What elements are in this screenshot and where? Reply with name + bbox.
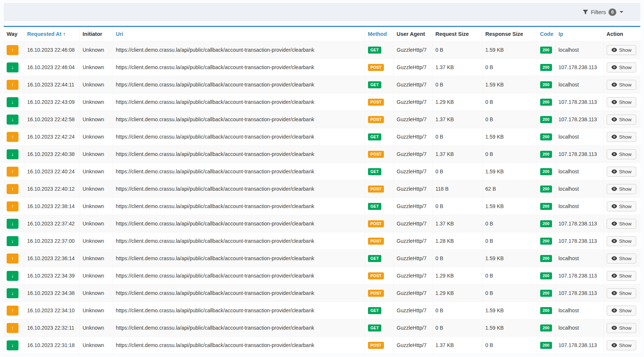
show-button[interactable]: Show xyxy=(607,97,637,107)
eye-icon xyxy=(611,291,617,295)
column-header-uri[interactable]: Uri xyxy=(113,27,365,41)
way-button[interactable]: ↓ xyxy=(7,115,18,125)
response-size-cell: 1.59 KB xyxy=(482,128,537,146)
show-button[interactable]: Show xyxy=(607,132,637,142)
response-size-cell: 0 B xyxy=(482,267,537,285)
uri-cell: https://client.demo.crassu.la/api/public… xyxy=(113,111,365,128)
show-button[interactable]: Show xyxy=(607,323,637,333)
response-size-cell: 0 B xyxy=(482,285,537,302)
way-arrow-icon: ↑ xyxy=(11,134,14,139)
way-arrow-icon: ↓ xyxy=(11,152,14,157)
eye-icon xyxy=(611,135,617,139)
show-button-label: Show xyxy=(619,256,632,261)
way-button[interactable]: ↑ xyxy=(7,201,18,211)
uri-cell: https://client.demo.crassu.la/api/public… xyxy=(113,41,365,59)
requested-at-cell: 16.10.2023 22:46:08 xyxy=(24,41,79,59)
way-button[interactable]: ↓ xyxy=(7,97,18,107)
uri-cell: https://client.demo.crassu.la/api/public… xyxy=(113,180,365,198)
show-button[interactable]: Show xyxy=(607,45,637,55)
filters-toggle[interactable]: Filters 0 xyxy=(583,8,623,16)
way-button[interactable]: ↓ xyxy=(7,236,18,246)
way-button[interactable]: ↑ xyxy=(7,306,18,316)
initiator-cell: Unknown xyxy=(79,267,113,285)
requested-at-cell: 16.10.2023 22:42:58 xyxy=(24,111,79,128)
user-agent-cell: GuzzleHttp/7 xyxy=(393,94,432,111)
initiator-cell: Unknown xyxy=(79,337,113,354)
show-button[interactable]: Show xyxy=(607,288,637,298)
column-header-requested-at[interactable]: Requested At↑ xyxy=(24,27,79,41)
show-button[interactable]: Show xyxy=(607,306,637,316)
initiator-cell: Unknown xyxy=(79,319,113,337)
requested-at-cell: 16.10.2023 22:46:04 xyxy=(24,59,79,76)
show-button[interactable]: Show xyxy=(607,184,637,194)
method-badge: GET xyxy=(368,307,382,314)
way-arrow-icon: ↓ xyxy=(11,221,14,226)
way-button[interactable]: ↓ xyxy=(7,288,18,298)
user-agent-cell: GuzzleHttp/7 xyxy=(393,250,432,267)
show-button-label: Show xyxy=(619,117,632,122)
way-arrow-icon: ↓ xyxy=(11,290,14,296)
requests-table: Way Requested At↑ Initiator Uri Method U… xyxy=(4,27,640,354)
uri-cell: https://client.demo.crassu.la/api/public… xyxy=(113,163,365,180)
table-row: ↑ 16.10.2023 22:42:24 Unknown https://cl… xyxy=(4,128,640,146)
way-button[interactable]: ↑ xyxy=(7,167,18,177)
show-button[interactable]: Show xyxy=(607,254,637,264)
way-button[interactable]: ↓ xyxy=(7,62,18,72)
user-agent-cell: GuzzleHttp/7 xyxy=(393,163,432,180)
uri-cell: https://client.demo.crassu.la/api/public… xyxy=(113,232,365,250)
way-button[interactable]: ↓ xyxy=(7,149,18,159)
eye-icon xyxy=(611,82,617,87)
code-badge: 200 xyxy=(540,168,552,175)
show-button[interactable]: Show xyxy=(607,167,637,177)
show-button-label: Show xyxy=(619,273,632,279)
way-button[interactable]: ↑ xyxy=(7,132,18,142)
eye-icon xyxy=(611,48,617,52)
page: Filters 0 Way Requested At↑ Initiator Ur… xyxy=(0,0,644,357)
method-badge: POST xyxy=(368,272,384,279)
table-row: ↓ 16.10.2023 22:43:09 Unknown https://cl… xyxy=(4,94,640,111)
user-agent-cell: GuzzleHttp/7 xyxy=(393,41,432,59)
requested-at-cell: 16.10.2023 22:42:24 xyxy=(24,128,79,146)
way-button[interactable]: ↑ xyxy=(7,254,18,264)
show-button[interactable]: Show xyxy=(607,340,637,350)
column-header-ip[interactable]: Ip xyxy=(555,27,603,41)
method-badge: GET xyxy=(368,168,382,175)
uri-cell: https://client.demo.crassu.la/api/public… xyxy=(113,267,365,285)
code-badge: 200 xyxy=(540,307,552,314)
way-button[interactable]: ↑ xyxy=(7,323,18,333)
show-button[interactable]: Show xyxy=(607,62,637,72)
uri-cell: https://client.demo.crassu.la/api/public… xyxy=(113,76,365,94)
show-button[interactable]: Show xyxy=(607,236,637,246)
request-size-cell: 0 B xyxy=(432,76,482,94)
show-button-label: Show xyxy=(619,47,632,53)
ip-cell: localhost xyxy=(555,250,603,267)
table-header-row: Way Requested At↑ Initiator Uri Method U… xyxy=(4,27,640,41)
initiator-cell: Unknown xyxy=(79,94,113,111)
response-size-cell: 0 B xyxy=(482,215,537,232)
request-size-cell: 1.37 KB xyxy=(432,111,482,128)
way-button[interactable]: ↑ xyxy=(7,184,18,194)
way-button[interactable]: ↓ xyxy=(7,219,18,229)
code-badge: 200 xyxy=(540,116,552,123)
request-size-cell: 1.37 KB xyxy=(432,146,482,163)
show-button[interactable]: Show xyxy=(607,271,637,281)
requested-at-cell: 16.10.2023 22:37:42 xyxy=(24,215,79,232)
show-button[interactable]: Show xyxy=(607,201,637,211)
response-size-cell: 1.59 KB xyxy=(482,302,537,319)
way-button[interactable]: ↓ xyxy=(7,271,18,281)
way-button[interactable]: ↑ xyxy=(7,80,18,90)
ip-cell: 107.178.238.113 xyxy=(555,59,603,76)
method-badge: POST xyxy=(368,99,384,106)
column-header-code[interactable]: Code xyxy=(537,27,555,41)
column-header-initiator: Initiator xyxy=(79,27,113,41)
show-button[interactable]: Show xyxy=(607,115,637,125)
show-button[interactable]: Show xyxy=(607,80,637,90)
way-arrow-icon: ↓ xyxy=(11,273,14,278)
show-button[interactable]: Show xyxy=(607,149,637,159)
show-button[interactable]: Show xyxy=(607,219,637,229)
way-button[interactable]: ↑ xyxy=(7,45,18,55)
code-badge: 200 xyxy=(540,133,552,140)
way-button[interactable]: ↓ xyxy=(7,340,18,350)
column-header-method[interactable]: Method xyxy=(365,27,393,41)
initiator-cell: Unknown xyxy=(79,59,113,76)
